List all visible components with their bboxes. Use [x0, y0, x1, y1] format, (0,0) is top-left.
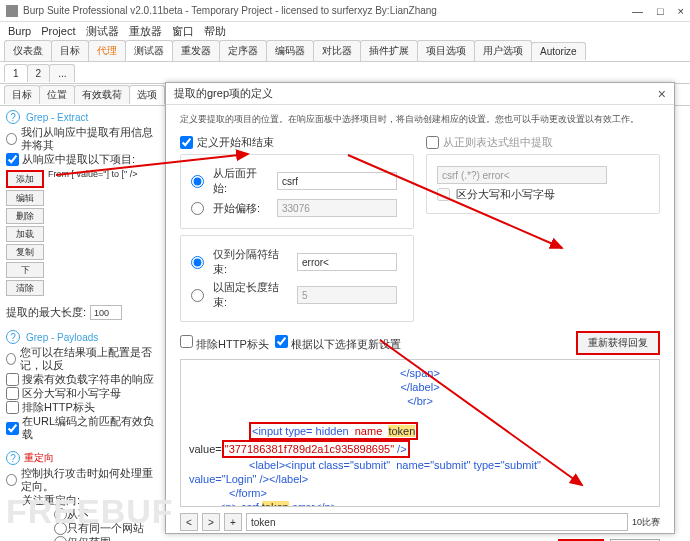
tab-dashboard[interactable]: 仪表盘 — [4, 40, 52, 61]
tab-project-opts[interactable]: 项目选项 — [417, 40, 475, 61]
gp-label-3: 在URL编码之前匹配有效负载 — [22, 415, 161, 441]
subtab-options[interactable]: 选项 — [129, 85, 165, 104]
menu-burp[interactable]: Burp — [8, 25, 31, 37]
gp-check-0[interactable] — [6, 373, 19, 386]
help-icon[interactable]: ? — [6, 451, 20, 465]
help-icon[interactable]: ? — [6, 110, 20, 124]
from-after-radio[interactable] — [191, 175, 204, 188]
tab-user-opts[interactable]: 用户选项 — [474, 40, 532, 61]
refetch-button[interactable]: 重新获得回复 — [576, 331, 660, 355]
search-prev-button[interactable]: < — [180, 513, 198, 531]
gp-check-3[interactable] — [6, 422, 19, 435]
end-delim-radio[interactable] — [191, 256, 204, 269]
start-offset-radio[interactable] — [191, 202, 204, 215]
tab-comparer[interactable]: 对比器 — [313, 40, 361, 61]
subtab-payloads[interactable]: 有效载荷 — [74, 85, 130, 104]
redirect-desc: 控制执行攻击时如何处理重定向。 — [21, 467, 161, 493]
attack-tabs: 1 2 ... — [0, 62, 690, 84]
tab-autorize[interactable]: Autorize — [531, 42, 586, 60]
from-after-input[interactable] — [277, 172, 397, 190]
start-offset-input[interactable] — [277, 199, 397, 217]
gp-check-1[interactable] — [6, 387, 19, 400]
match-count: 10比赛 — [632, 516, 660, 529]
redir-scope[interactable] — [54, 536, 67, 541]
menu-help[interactable]: 帮助 — [204, 24, 226, 39]
dialog-title: 提取的grep项的定义 — [174, 86, 273, 101]
attack-tab-2[interactable]: 2 — [27, 64, 51, 82]
response-preview[interactable]: </span> </label> </br> <input type= hidd… — [180, 359, 660, 507]
add-button[interactable]: 添加 — [6, 170, 44, 188]
case-check — [437, 188, 450, 201]
load-button[interactable]: 加载 — [6, 226, 44, 242]
search-next-button[interactable]: > — [202, 513, 220, 531]
close-button[interactable]: × — [678, 5, 684, 17]
menu-project[interactable]: Project — [41, 25, 75, 37]
help-icon[interactable]: ? — [6, 330, 20, 344]
tab-target[interactable]: 目标 — [51, 40, 89, 61]
dialog-close-icon[interactable]: × — [658, 86, 666, 102]
tab-intruder[interactable]: 测试器 — [125, 40, 173, 61]
update-cfg-check[interactable] — [275, 335, 288, 348]
minimize-button[interactable]: — — [632, 5, 643, 17]
end-delim-input[interactable] — [297, 253, 397, 271]
extract-enable-label: 从响应中提取以下项目: — [22, 153, 135, 166]
grep-payloads-desc: 您可以在结果项上配置是否记，以反 — [20, 346, 161, 372]
gp-label-0: 搜索有效负载字符串的响应 — [22, 373, 154, 386]
extract-dialog: 提取的grep项的定义 × 定义要提取的项目的位置。在响应面板中选择项目时，将自… — [165, 82, 675, 534]
copy-button[interactable]: 复制 — [6, 244, 44, 260]
gp-label-2: 排除HTTP标头 — [22, 401, 95, 414]
maxlen-label: 提取的最大长度: — [6, 306, 86, 319]
search-input[interactable] — [246, 513, 628, 531]
window-title: Burp Suite Professional v2.0.11beta - Te… — [23, 5, 632, 16]
dialog-desc: 定义要提取的项目的位置。在响应面板中选择项目时，将自动创建相应的设置。您也可以手… — [180, 113, 660, 126]
edit-button[interactable]: 编辑 — [6, 190, 44, 206]
maxlen-input[interactable] — [90, 305, 122, 320]
watermark: FREEBUF — [6, 492, 174, 531]
tab-extender[interactable]: 插件扩展 — [360, 40, 418, 61]
extract-enable-check[interactable] — [6, 153, 19, 166]
tab-encoder[interactable]: 编码器 — [266, 40, 314, 61]
tab-proxy[interactable]: 代理 — [88, 40, 126, 61]
gp-check-2[interactable] — [6, 401, 19, 414]
clear-button[interactable]: 清除 — [6, 280, 44, 296]
menu-repeater[interactable]: 重放器 — [129, 24, 162, 39]
grep-extract-desc: 我们从响应中提取有用信息并将其 — [21, 126, 161, 152]
gear-icon[interactable] — [6, 133, 17, 145]
maximize-button[interactable]: □ — [657, 5, 664, 17]
top-tabs: 仪表盘 目标 代理 测试器 重发器 定序器 编码器 对比器 插件扩展 项目选项 … — [0, 40, 690, 62]
extract-list-item: From [ value="] to [" /> — [48, 167, 137, 179]
down-button[interactable]: 下 — [6, 262, 44, 278]
regex-check[interactable] — [426, 136, 439, 149]
menu-window[interactable]: 窗口 — [172, 24, 194, 39]
grep-payloads-title: Grep - Payloads — [26, 332, 98, 343]
start-end-check[interactable] — [180, 136, 193, 149]
gear-icon[interactable] — [6, 353, 16, 365]
delete-button[interactable]: 删除 — [6, 208, 44, 224]
exclude-headers-check[interactable] — [180, 335, 193, 348]
menubar: Burp Project 测试器 重放器 窗口 帮助 — [0, 22, 690, 40]
fixed-len-input[interactable] — [297, 286, 397, 304]
gear-icon[interactable] — [6, 474, 17, 486]
subtab-target[interactable]: 目标 — [4, 85, 40, 104]
redirect-title: 重定向 — [24, 451, 54, 465]
app-icon — [6, 5, 18, 17]
attack-tab-new[interactable]: ... — [49, 64, 75, 82]
tab-repeater[interactable]: 重发器 — [172, 40, 220, 61]
search-opts-button[interactable]: + — [224, 513, 242, 531]
menu-intruder[interactable]: 测试器 — [86, 24, 119, 39]
fixed-len-radio[interactable] — [191, 289, 204, 302]
tab-sequencer[interactable]: 定序器 — [219, 40, 267, 61]
gp-label-1: 区分大写和小写字母 — [22, 387, 121, 400]
subtab-positions[interactable]: 位置 — [39, 85, 75, 104]
grep-extract-title: Grep - Extract — [26, 112, 88, 123]
attack-tab-1[interactable]: 1 — [4, 64, 28, 82]
regex-input — [437, 166, 607, 184]
